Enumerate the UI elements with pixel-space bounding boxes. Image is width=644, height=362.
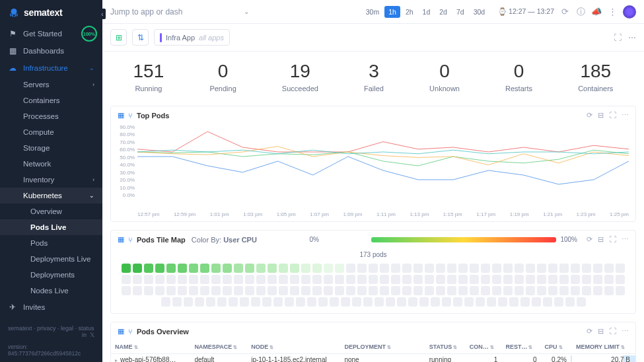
- sidebar-item-compute[interactable]: Compute: [0, 124, 102, 140]
- kpi-succeeded[interactable]: 19Succeeded: [282, 62, 318, 92]
- pod-tile[interactable]: [559, 286, 569, 295]
- time-range-7d[interactable]: 7d: [452, 6, 468, 18]
- col-deployment[interactable]: DEPLOYMENT⇅: [340, 340, 425, 354]
- time-range-1d[interactable]: 1d: [419, 6, 435, 18]
- filter-icon[interactable]: ⑂: [128, 236, 133, 244]
- pod-tile[interactable]: [470, 264, 479, 273]
- pod-tile[interactable]: [285, 297, 294, 307]
- filter-icon[interactable]: ⑂: [128, 112, 133, 120]
- pod-tile[interactable]: [391, 286, 400, 295]
- pod-tile[interactable]: [582, 286, 591, 295]
- pod-tile[interactable]: [559, 275, 569, 284]
- kpi-containers[interactable]: 185Containers: [578, 62, 613, 92]
- pod-tile[interactable]: [425, 264, 434, 273]
- pod-tile[interactable]: [481, 264, 490, 273]
- col-rest-[interactable]: REST…⇅: [501, 340, 540, 354]
- pod-tile[interactable]: [262, 297, 271, 307]
- pod-tile[interactable]: [593, 275, 602, 284]
- pod-tile[interactable]: [543, 297, 552, 307]
- pod-tile[interactable]: [470, 286, 479, 295]
- pod-tile[interactable]: [386, 297, 395, 307]
- time-range-30m[interactable]: 30m: [362, 6, 383, 18]
- help-icon[interactable]: ⓘ: [575, 7, 586, 17]
- more-icon[interactable]: ⋯: [622, 327, 629, 336]
- pod-tile[interactable]: [357, 264, 367, 273]
- pod-tile[interactable]: [189, 264, 198, 273]
- sidebar-item-kubernetes[interactable]: Kubernetes⌄: [0, 188, 102, 203]
- pod-tile[interactable]: [312, 275, 322, 284]
- pod-tile[interactable]: [548, 286, 557, 295]
- col-node[interactable]: NODE⇅: [247, 340, 340, 354]
- kpi-pending[interactable]: 0Pending: [209, 62, 236, 92]
- pod-tile[interactable]: [273, 297, 283, 307]
- minimize-icon[interactable]: ⊟: [598, 111, 604, 120]
- pod-tile[interactable]: [200, 264, 209, 273]
- pod-tile[interactable]: [413, 264, 423, 273]
- pod-tile[interactable]: [144, 286, 153, 295]
- pod-tile[interactable]: [279, 275, 288, 284]
- pod-tile[interactable]: [604, 286, 614, 295]
- pod-tile[interactable]: [357, 275, 367, 284]
- sidebar-item-deployments-live[interactable]: Deployments Live: [0, 251, 102, 267]
- pod-tile[interactable]: [425, 275, 434, 284]
- pod-tile[interactable]: [155, 264, 164, 273]
- pod-tile[interactable]: [458, 264, 468, 273]
- pod-tile[interactable]: [318, 297, 328, 307]
- pod-tile[interactable]: [503, 275, 513, 284]
- table-row[interactable]: ▸web-api-576fb88… default ip-10-1-1-185.…: [111, 354, 635, 363]
- pod-tile[interactable]: [458, 275, 468, 284]
- pod-tile[interactable]: [492, 286, 501, 295]
- pod-tile[interactable]: [380, 264, 389, 273]
- more-icon[interactable]: ⋯: [622, 111, 629, 120]
- pod-tile[interactable]: [341, 297, 350, 307]
- pod-tile[interactable]: [380, 275, 389, 284]
- pod-tile[interactable]: [301, 275, 310, 284]
- pod-tile[interactable]: [122, 275, 131, 284]
- sidebar-item-storage[interactable]: Storage: [0, 140, 102, 156]
- announce-icon[interactable]: 📣: [591, 7, 602, 17]
- pod-tile[interactable]: [565, 297, 575, 307]
- pod-tile[interactable]: [206, 297, 215, 307]
- sidebar-item-inventory[interactable]: Inventory›: [0, 172, 102, 188]
- pod-tile[interactable]: [301, 264, 310, 273]
- pod-tile[interactable]: [526, 286, 535, 295]
- pod-tile[interactable]: [571, 264, 580, 273]
- expand-icon[interactable]: ⛶: [614, 33, 622, 42]
- kpi-unknown[interactable]: 0Unknown: [429, 62, 460, 92]
- pod-tile[interactable]: [330, 297, 339, 307]
- pod-tile[interactable]: [200, 275, 209, 284]
- pod-tile[interactable]: [593, 286, 602, 295]
- pod-tile[interactable]: [240, 297, 249, 307]
- pod-tile[interactable]: [195, 297, 204, 307]
- pod-tile[interactable]: [554, 297, 563, 307]
- pod-tile[interactable]: [402, 275, 411, 284]
- pod-tile[interactable]: [144, 264, 153, 273]
- pod-tile[interactable]: [604, 264, 614, 273]
- pod-tile[interactable]: [324, 275, 333, 284]
- pod-tile[interactable]: [453, 297, 462, 307]
- pod-tile[interactable]: [234, 286, 243, 295]
- kpi-running[interactable]: 151Running: [133, 62, 164, 92]
- sidebar-item-pods-live[interactable]: Pods Live: [0, 219, 102, 235]
- pod-tile[interactable]: [223, 275, 232, 284]
- pod-tile[interactable]: [369, 286, 378, 295]
- pod-tile[interactable]: [571, 286, 580, 295]
- pod-tile[interactable]: [520, 297, 530, 307]
- pod-tile[interactable]: [548, 275, 557, 284]
- pod-tile[interactable]: [487, 297, 496, 307]
- pod-tile[interactable]: [251, 297, 260, 307]
- pod-tile[interactable]: [515, 264, 524, 273]
- pod-tile[interactable]: [178, 286, 187, 295]
- pod-tile[interactable]: [548, 264, 557, 273]
- top-pods-chart[interactable]: 90.0%80.0%70.0%60.0%50.0%40.0%30.0%20.0%…: [111, 124, 635, 210]
- pod-tile[interactable]: [133, 275, 142, 284]
- avatar[interactable]: [623, 5, 636, 18]
- kpi-restarts[interactable]: 0Restarts: [505, 62, 532, 92]
- pod-tile[interactable]: [245, 286, 254, 295]
- pod-tile[interactable]: [189, 275, 198, 284]
- pod-tile[interactable]: [166, 275, 176, 284]
- pod-tile[interactable]: [122, 264, 131, 273]
- pod-tile[interactable]: [335, 275, 344, 284]
- settings-icon[interactable]: ⋮: [607, 7, 618, 17]
- col-status[interactable]: STATUS⇅: [425, 340, 466, 354]
